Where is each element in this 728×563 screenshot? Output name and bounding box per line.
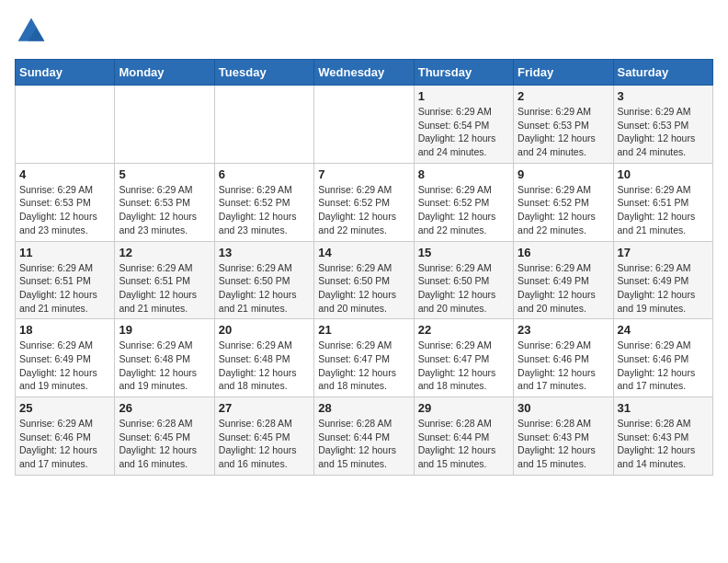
day-info: Sunrise: 6:29 AMSunset: 6:54 PMDaylight:… bbox=[418, 105, 509, 159]
day-number: 5 bbox=[119, 167, 210, 181]
day-cell: 27Sunrise: 6:28 AMSunset: 6:45 PMDayligh… bbox=[214, 397, 313, 476]
day-cell: 14Sunrise: 6:29 AMSunset: 6:50 PMDayligh… bbox=[314, 241, 414, 319]
day-number: 4 bbox=[19, 167, 110, 181]
header-saturday: Saturday bbox=[613, 60, 712, 86]
day-number: 25 bbox=[19, 401, 110, 415]
calendar-table: SundayMondayTuesdayWednesdayThursdayFrid… bbox=[15, 59, 713, 476]
day-cell: 16Sunrise: 6:29 AMSunset: 6:49 PMDayligh… bbox=[514, 241, 613, 319]
day-info: Sunrise: 6:28 AMSunset: 6:45 PMDaylight:… bbox=[219, 417, 310, 471]
day-cell: 7Sunrise: 6:29 AMSunset: 6:52 PMDaylight… bbox=[314, 163, 414, 241]
day-info: Sunrise: 6:29 AMSunset: 6:53 PMDaylight:… bbox=[19, 183, 110, 237]
day-info: Sunrise: 6:29 AMSunset: 6:47 PMDaylight:… bbox=[418, 339, 509, 393]
day-cell: 25Sunrise: 6:29 AMSunset: 6:46 PMDayligh… bbox=[16, 397, 115, 476]
day-info: Sunrise: 6:29 AMSunset: 6:46 PMDaylight:… bbox=[618, 339, 709, 393]
day-number: 6 bbox=[219, 167, 310, 181]
day-cell: 28Sunrise: 6:28 AMSunset: 6:44 PMDayligh… bbox=[314, 397, 414, 476]
header-row: SundayMondayTuesdayWednesdayThursdayFrid… bbox=[16, 60, 713, 86]
day-cell: 23Sunrise: 6:29 AMSunset: 6:46 PMDayligh… bbox=[514, 319, 613, 397]
day-cell: 24Sunrise: 6:29 AMSunset: 6:46 PMDayligh… bbox=[613, 319, 712, 397]
header-sunday: Sunday bbox=[16, 60, 115, 86]
header-friday: Friday bbox=[514, 60, 613, 86]
day-cell: 13Sunrise: 6:29 AMSunset: 6:50 PMDayligh… bbox=[214, 241, 313, 319]
day-cell: 3Sunrise: 6:29 AMSunset: 6:53 PMDaylight… bbox=[613, 86, 712, 164]
day-number: 20 bbox=[219, 323, 310, 337]
day-info: Sunrise: 6:29 AMSunset: 6:51 PMDaylight:… bbox=[19, 261, 110, 316]
day-number: 23 bbox=[518, 323, 609, 337]
day-info: Sunrise: 6:29 AMSunset: 6:52 PMDaylight:… bbox=[418, 183, 509, 237]
day-cell: 12Sunrise: 6:29 AMSunset: 6:51 PMDayligh… bbox=[115, 241, 214, 319]
day-number: 30 bbox=[518, 401, 609, 415]
day-info: Sunrise: 6:28 AMSunset: 6:44 PMDaylight:… bbox=[418, 417, 509, 471]
day-info: Sunrise: 6:29 AMSunset: 6:52 PMDaylight:… bbox=[318, 183, 409, 237]
day-number: 10 bbox=[618, 167, 709, 181]
day-cell: 18Sunrise: 6:29 AMSunset: 6:49 PMDayligh… bbox=[16, 319, 115, 397]
calendar-body: 1Sunrise: 6:29 AMSunset: 6:54 PMDaylight… bbox=[16, 86, 713, 476]
day-info: Sunrise: 6:29 AMSunset: 6:50 PMDaylight:… bbox=[318, 261, 409, 316]
day-number: 19 bbox=[119, 323, 210, 337]
day-cell: 29Sunrise: 6:28 AMSunset: 6:44 PMDayligh… bbox=[414, 397, 513, 476]
day-cell: 9Sunrise: 6:29 AMSunset: 6:52 PMDaylight… bbox=[514, 163, 613, 241]
week-row-0: 1Sunrise: 6:29 AMSunset: 6:54 PMDaylight… bbox=[16, 86, 713, 164]
logo bbox=[15, 15, 53, 48]
day-number: 31 bbox=[618, 401, 709, 415]
day-info: Sunrise: 6:29 AMSunset: 6:53 PMDaylight:… bbox=[518, 105, 609, 159]
day-info: Sunrise: 6:29 AMSunset: 6:47 PMDaylight:… bbox=[318, 339, 409, 393]
day-cell: 15Sunrise: 6:29 AMSunset: 6:50 PMDayligh… bbox=[414, 241, 513, 319]
header-wednesday: Wednesday bbox=[314, 60, 414, 86]
day-number: 28 bbox=[318, 401, 409, 415]
day-number: 21 bbox=[318, 323, 409, 337]
day-info: Sunrise: 6:29 AMSunset: 6:52 PMDaylight:… bbox=[518, 183, 609, 237]
day-cell: 6Sunrise: 6:29 AMSunset: 6:52 PMDaylight… bbox=[214, 163, 313, 241]
day-info: Sunrise: 6:29 AMSunset: 6:49 PMDaylight:… bbox=[19, 339, 110, 393]
week-row-3: 18Sunrise: 6:29 AMSunset: 6:49 PMDayligh… bbox=[16, 319, 713, 397]
day-number: 22 bbox=[418, 323, 509, 337]
header-monday: Monday bbox=[115, 60, 214, 86]
header-tuesday: Tuesday bbox=[214, 60, 313, 86]
day-cell: 20Sunrise: 6:29 AMSunset: 6:48 PMDayligh… bbox=[214, 319, 313, 397]
day-cell bbox=[115, 86, 214, 164]
day-info: Sunrise: 6:29 AMSunset: 6:51 PMDaylight:… bbox=[618, 183, 709, 237]
day-cell: 5Sunrise: 6:29 AMSunset: 6:53 PMDaylight… bbox=[115, 163, 214, 241]
day-info: Sunrise: 6:29 AMSunset: 6:52 PMDaylight:… bbox=[219, 183, 310, 237]
day-number: 14 bbox=[318, 246, 409, 259]
day-cell: 21Sunrise: 6:29 AMSunset: 6:47 PMDayligh… bbox=[314, 319, 414, 397]
day-number: 18 bbox=[19, 323, 110, 337]
day-number: 29 bbox=[418, 401, 509, 415]
day-cell: 10Sunrise: 6:29 AMSunset: 6:51 PMDayligh… bbox=[613, 163, 712, 241]
day-info: Sunrise: 6:28 AMSunset: 6:45 PMDaylight:… bbox=[119, 417, 210, 471]
week-row-4: 25Sunrise: 6:29 AMSunset: 6:46 PMDayligh… bbox=[16, 397, 713, 476]
day-cell: 2Sunrise: 6:29 AMSunset: 6:53 PMDaylight… bbox=[514, 86, 613, 164]
day-cell: 8Sunrise: 6:29 AMSunset: 6:52 PMDaylight… bbox=[414, 163, 513, 241]
day-info: Sunrise: 6:29 AMSunset: 6:50 PMDaylight:… bbox=[219, 261, 310, 316]
day-cell bbox=[314, 86, 414, 164]
day-cell bbox=[214, 86, 313, 164]
day-number: 27 bbox=[219, 401, 310, 415]
day-cell: 1Sunrise: 6:29 AMSunset: 6:54 PMDaylight… bbox=[414, 86, 513, 164]
day-info: Sunrise: 6:29 AMSunset: 6:49 PMDaylight:… bbox=[518, 261, 609, 316]
day-number: 11 bbox=[19, 246, 110, 259]
day-number: 3 bbox=[618, 89, 709, 103]
day-info: Sunrise: 6:29 AMSunset: 6:48 PMDaylight:… bbox=[119, 339, 210, 393]
day-cell: 19Sunrise: 6:29 AMSunset: 6:48 PMDayligh… bbox=[115, 319, 214, 397]
day-info: Sunrise: 6:29 AMSunset: 6:53 PMDaylight:… bbox=[119, 183, 210, 237]
day-number: 15 bbox=[418, 246, 509, 259]
day-number: 2 bbox=[518, 89, 609, 103]
day-cell: 4Sunrise: 6:29 AMSunset: 6:53 PMDaylight… bbox=[16, 163, 115, 241]
day-number: 7 bbox=[318, 167, 409, 181]
day-info: Sunrise: 6:29 AMSunset: 6:49 PMDaylight:… bbox=[618, 261, 709, 316]
day-number: 12 bbox=[119, 246, 210, 259]
day-number: 24 bbox=[618, 323, 709, 337]
day-number: 16 bbox=[518, 246, 609, 259]
day-info: Sunrise: 6:28 AMSunset: 6:43 PMDaylight:… bbox=[518, 417, 609, 471]
day-number: 26 bbox=[119, 401, 210, 415]
day-info: Sunrise: 6:29 AMSunset: 6:51 PMDaylight:… bbox=[119, 261, 210, 316]
day-cell: 17Sunrise: 6:29 AMSunset: 6:49 PMDayligh… bbox=[613, 241, 712, 319]
day-cell bbox=[16, 86, 115, 164]
day-info: Sunrise: 6:29 AMSunset: 6:46 PMDaylight:… bbox=[19, 417, 110, 471]
day-cell: 26Sunrise: 6:28 AMSunset: 6:45 PMDayligh… bbox=[115, 397, 214, 476]
day-cell: 22Sunrise: 6:29 AMSunset: 6:47 PMDayligh… bbox=[414, 319, 513, 397]
header-thursday: Thursday bbox=[414, 60, 513, 86]
day-info: Sunrise: 6:29 AMSunset: 6:48 PMDaylight:… bbox=[219, 339, 310, 393]
day-info: Sunrise: 6:28 AMSunset: 6:43 PMDaylight:… bbox=[618, 417, 709, 471]
page-header bbox=[15, 15, 713, 48]
